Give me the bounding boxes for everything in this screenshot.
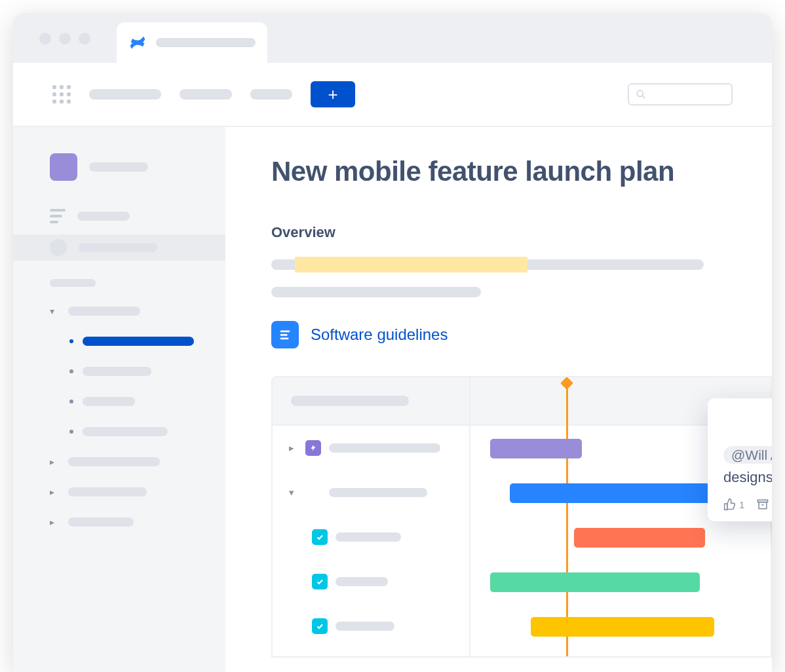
sidebar-tree-item[interactable]: ▸ (13, 479, 225, 504)
sidebar-item-label (83, 337, 194, 346)
comment-highlight[interactable] (295, 257, 527, 272)
nav-item[interactable] (89, 89, 161, 100)
svg-point-0 (637, 90, 643, 96)
sidebar-item-label (79, 243, 157, 252)
sidebar-item-label (68, 517, 134, 527)
sidebar-item-people[interactable] (13, 234, 225, 261)
task-checkbox-icon (312, 529, 328, 545)
search-input[interactable] (628, 83, 733, 105)
archive-icon[interactable] (756, 498, 769, 511)
row-label-placeholder (329, 488, 427, 497)
header-placeholder (291, 396, 409, 406)
window-maximize-icon[interactable] (79, 33, 90, 45)
timeline-bar[interactable] (490, 572, 700, 592)
roadmap-panel: ▸ ▾ (271, 376, 772, 658)
bullet-icon (69, 430, 73, 434)
text-line-placeholder (271, 287, 481, 297)
svg-rect-7 (759, 502, 767, 509)
sidebar-section-label (50, 279, 96, 287)
thumbs-up-icon (723, 498, 737, 511)
create-button[interactable]: + (311, 81, 355, 107)
app-switcher-icon[interactable] (52, 85, 71, 103)
chevron-right-icon[interactable]: ▸ (50, 487, 59, 497)
sidebar-item-label (83, 367, 151, 376)
sidebar-tree-item[interactable]: ▸ (13, 449, 225, 474)
chevron-right-icon[interactable]: ▸ (286, 442, 297, 454)
nav-item[interactable] (250, 89, 292, 100)
bullet-icon (69, 369, 73, 373)
like-count: 1 (739, 499, 744, 510)
row-label-placeholder (335, 532, 401, 542)
sidebar-tree-item[interactable] (13, 389, 225, 414)
app-window: + ▾ (13, 13, 772, 672)
row-label-placeholder (335, 622, 394, 631)
sidebar-item-label (83, 397, 135, 406)
like-button[interactable]: 1 (723, 498, 744, 511)
nav-item[interactable] (180, 89, 232, 100)
sidebar-tree-item[interactable]: ▾ (13, 299, 225, 324)
timeline-bar[interactable] (510, 483, 713, 503)
roadmap-row-epic[interactable]: ▾ (273, 470, 469, 515)
chevron-right-icon[interactable]: ▸ (50, 457, 59, 467)
space-name-placeholder (89, 162, 148, 172)
epic-icon (305, 440, 321, 456)
timeline-bar[interactable] (574, 528, 705, 548)
sidebar-item-label (68, 487, 147, 496)
inline-comment-popup: ✕ @Will Allen Can you share the designs?… (708, 398, 772, 521)
page-icon (271, 321, 299, 348)
roadmap-row-task[interactable] (273, 559, 469, 604)
space-header[interactable] (13, 153, 225, 198)
svg-rect-4 (280, 338, 289, 340)
timeline-bar[interactable] (531, 617, 714, 637)
roadmap-row-task[interactable] (273, 604, 469, 648)
sidebar-item-label (77, 212, 130, 221)
sidebar-tree-item[interactable] (13, 419, 225, 444)
chevron-right-icon[interactable]: ▸ (50, 517, 59, 527)
page-link-label: Software guidelines (311, 326, 448, 344)
top-nav: + (13, 63, 772, 127)
page-title: New mobile feature launch plan (271, 156, 772, 187)
svg-rect-2 (280, 331, 290, 333)
overview-icon (50, 209, 66, 223)
svg-line-1 (642, 96, 645, 98)
sidebar-tree-item[interactable]: ▸ (13, 510, 225, 534)
avatar-icon (50, 239, 67, 256)
row-label-placeholder (329, 443, 440, 453)
tab-title-placeholder (156, 38, 256, 47)
window-close-icon[interactable] (39, 33, 51, 45)
section-heading: Overview (271, 224, 772, 241)
roadmap-row-epic[interactable]: ▸ (273, 426, 469, 470)
roadmap-item-list: ▸ ▾ (273, 377, 470, 656)
comment-body: @Will Allen Can you share the designs? (723, 444, 772, 489)
svg-rect-3 (280, 334, 288, 336)
search-icon (636, 89, 646, 100)
comment-actions: 1 (723, 498, 772, 511)
bullet-icon (69, 339, 73, 343)
row-label-placeholder (335, 577, 388, 586)
roadmap-list-header (273, 377, 469, 426)
sidebar-item-label (68, 307, 140, 316)
page-link[interactable]: Software guidelines (271, 321, 772, 348)
confluence-icon (128, 33, 147, 52)
bullet-icon (69, 400, 73, 403)
chevron-down-icon[interactable]: ▾ (286, 487, 297, 498)
window-controls (39, 33, 90, 45)
sidebar-tree-item-active[interactable] (13, 329, 225, 354)
timeline-bar[interactable] (490, 439, 582, 458)
task-checkbox-icon (312, 574, 328, 589)
sidebar-item-label (83, 427, 168, 436)
sidebar: ▾ ▸ ▸ (13, 127, 225, 672)
sidebar-tree-item[interactable] (13, 359, 225, 384)
text-line-highlighted[interactable] (271, 257, 704, 272)
today-line (566, 383, 568, 656)
browser-tab[interactable] (117, 22, 267, 63)
roadmap-row-task[interactable] (273, 515, 469, 559)
sidebar-item-overview[interactable] (13, 203, 225, 229)
plus-icon: + (328, 84, 337, 105)
chevron-down-icon[interactable]: ▾ (50, 306, 59, 316)
sidebar-item-label (68, 457, 160, 466)
window-minimize-icon[interactable] (59, 33, 71, 45)
svg-rect-5 (725, 504, 727, 510)
user-mention[interactable]: @Will Allen (723, 446, 772, 464)
task-checkbox-icon (312, 618, 328, 634)
